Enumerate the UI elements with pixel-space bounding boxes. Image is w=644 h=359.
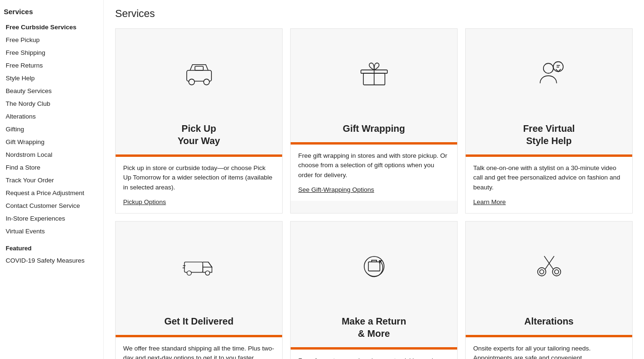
card-desc-free-virtual-style-help: Talk one-on-one with a stylist on a 30-m… xyxy=(473,163,625,192)
svg-point-21 xyxy=(554,270,559,274)
card-body-gift-wrapping: Free gift wrapping in stores and with st… xyxy=(291,145,457,201)
card-title-alterations: Alterations xyxy=(466,311,632,335)
sidebar-item-free-shipping[interactable]: Free Shipping xyxy=(4,47,96,59)
svg-rect-11 xyxy=(184,262,202,272)
card-title-pick-up-your-way: Pick UpYour Way xyxy=(116,119,282,154)
sidebar-item-in-store-experiences[interactable]: In-Store Experiences xyxy=(4,213,96,224)
gift-icon xyxy=(358,57,391,90)
sidebar-item-free-returns[interactable]: Free Returns xyxy=(4,60,96,71)
card-desc-get-it-delivered: We offer free standard shipping all the … xyxy=(123,344,275,359)
service-card-get-it-delivered: Get It DeliveredWe offer free standard s… xyxy=(115,221,283,359)
sidebar-item-find-a-store[interactable]: Find a Store xyxy=(4,162,96,173)
service-card-make-a-return: Make a Return& MoreFrom free returns and… xyxy=(290,221,458,359)
card-body-free-virtual-style-help: Talk one-on-one with a stylist on a 30-m… xyxy=(466,157,632,213)
card-desc-make-a-return: From free returns and exchanges to picki… xyxy=(298,356,450,359)
service-card-gift-wrapping: Gift WrappingFree gift wrapping in store… xyxy=(290,28,458,214)
sidebar-item-gift-wrapping[interactable]: Gift Wrapping xyxy=(4,136,96,148)
service-card-pick-up-your-way: Pick UpYour WayPick up in store or curbs… xyxy=(115,28,283,214)
svg-point-20 xyxy=(539,270,544,274)
main-content: Services Pick UpYour WayPick up in store… xyxy=(104,0,644,359)
card-body-pick-up-your-way: Pick up in store or curbside today—or ch… xyxy=(116,157,282,213)
return-box-icon xyxy=(358,250,391,283)
card-body-make-a-return: From free returns and exchanges to picki… xyxy=(291,350,457,359)
svg-rect-17 xyxy=(368,262,380,271)
sidebar-nav: Free Curbside ServicesFree PickupFree Sh… xyxy=(4,21,96,237)
card-icon-area-gift-wrapping xyxy=(291,29,457,119)
gift-wrapping-link[interactable]: See Gift-Wrapping Options xyxy=(298,186,374,193)
svg-line-23 xyxy=(544,256,553,269)
svg-point-8 xyxy=(553,62,563,72)
svg-point-12 xyxy=(187,271,191,275)
sidebar-item-contact-customer-service[interactable]: Contact Customer Service xyxy=(4,200,96,212)
card-body-alterations: Onsite experts for all your tailoring ne… xyxy=(466,337,632,359)
sidebar-item-style-help[interactable]: Style Help xyxy=(4,72,96,84)
card-title-make-a-return: Make a Return& More xyxy=(291,311,457,347)
card-body-get-it-delivered: We offer free standard shipping all the … xyxy=(116,337,282,359)
sidebar-item-covid-19-safety-measures[interactable]: COVID-19 Safety Measures xyxy=(4,255,96,266)
sidebar-item-nordstrom-local[interactable]: Nordstrom Local xyxy=(4,149,96,161)
card-title-free-virtual-style-help: Free VirtualStyle Help xyxy=(466,119,632,154)
card-icon-area-make-a-return xyxy=(291,222,457,311)
sidebar: Services Free Curbside ServicesFree Pick… xyxy=(0,0,104,359)
pickup-options-link[interactable]: Pickup Options xyxy=(123,198,166,205)
card-icon-area-alterations xyxy=(466,222,632,311)
car-icon xyxy=(183,57,216,90)
sidebar-item-gifting[interactable]: Gifting xyxy=(4,123,96,135)
sidebar-item-free-pickup[interactable]: Free Pickup xyxy=(4,34,96,46)
card-icon-area-free-virtual-style-help xyxy=(466,29,632,119)
sidebar-item-the-nordy-club[interactable]: The Nordy Club xyxy=(4,98,96,110)
sidebar-item-beauty-services[interactable]: Beauty Services xyxy=(4,85,96,97)
svg-point-1 xyxy=(189,79,194,85)
svg-point-2 xyxy=(203,79,209,85)
card-icon-area-get-it-delivered xyxy=(116,222,282,311)
card-title-get-it-delivered: Get It Delivered xyxy=(116,311,282,335)
sidebar-item-free-curbside-services[interactable]: Free Curbside Services xyxy=(4,21,96,33)
sidebar-item-track-your-order[interactable]: Track Your Order xyxy=(4,174,96,186)
card-desc-gift-wrapping: Free gift wrapping in stores and with st… xyxy=(298,151,450,180)
svg-point-7 xyxy=(543,63,553,73)
service-card-alterations: AlterationsOnsite experts for all your t… xyxy=(465,221,633,359)
sidebar-item-request-price-adjustment[interactable]: Request a Price Adjustment xyxy=(4,187,96,199)
scissors-icon xyxy=(533,250,566,283)
svg-line-22 xyxy=(545,256,554,269)
sidebar-item-virtual-events[interactable]: Virtual Events xyxy=(4,225,96,237)
card-title-gift-wrapping: Gift Wrapping xyxy=(291,119,457,142)
featured-section-title: Featured xyxy=(6,245,96,252)
services-grid: Pick UpYour WayPick up in store or curbs… xyxy=(115,28,633,359)
sidebar-item-alterations[interactable]: Alterations xyxy=(4,111,96,122)
service-card-free-virtual-style-help: Free VirtualStyle HelpTalk one-on-one wi… xyxy=(465,28,633,214)
delivery-truck-icon xyxy=(183,250,216,283)
page-title: Services xyxy=(115,8,633,20)
featured-nav: COVID-19 Safety Measures xyxy=(4,255,96,266)
svg-point-13 xyxy=(205,271,209,275)
person-chat-icon xyxy=(533,57,566,90)
sidebar-title: Services xyxy=(4,8,96,16)
style-help-link[interactable]: Learn More xyxy=(473,198,506,205)
card-desc-pick-up-your-way: Pick up in store or curbside today—or ch… xyxy=(123,163,275,192)
card-desc-alterations: Onsite experts for all your tailoring ne… xyxy=(473,344,625,359)
svg-rect-3 xyxy=(195,66,203,70)
card-icon-area-pick-up-your-way xyxy=(116,29,282,119)
